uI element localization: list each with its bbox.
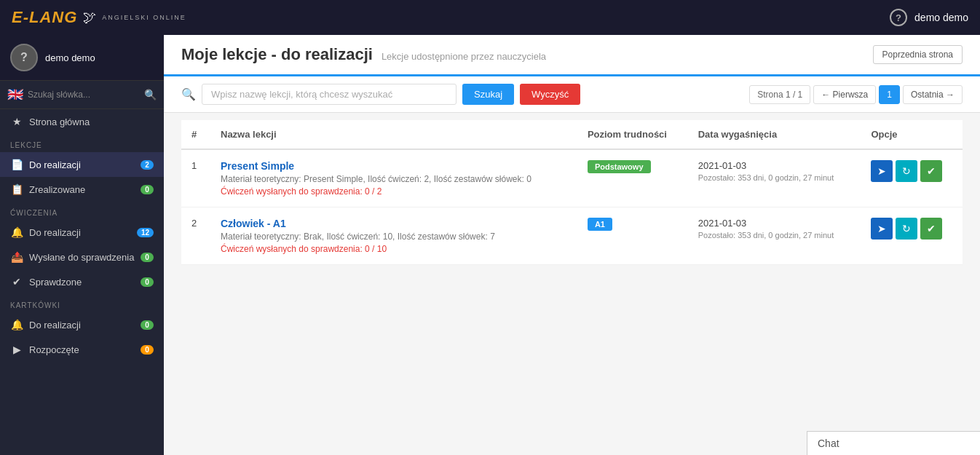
top-username: demo demo [914, 12, 968, 23]
sidebar-section-lekcje: Lekcje [0, 134, 164, 152]
table-row: 2 Człowiek - A1 Materiał teoretyczny: Br… [181, 207, 963, 265]
search-icon[interactable]: 🔍 [144, 89, 157, 100]
refresh-button[interactable]: ↻ [896, 218, 917, 240]
search-button[interactable]: Szukaj [462, 84, 514, 105]
row-date: 2021-01-03 Pozostało: 353 dni, 0 godzin,… [688, 149, 861, 207]
row-level: Podstawowy [577, 149, 688, 207]
avatar: ? [10, 44, 38, 71]
col-date: Data wygaśnięcia [688, 120, 861, 149]
pagination: Strona 1 / 1 ← Pierwsza 1 Ostatnia → [749, 85, 963, 104]
sidebar-username: demo demo [45, 52, 95, 63]
refresh-button[interactable]: ↻ [896, 160, 917, 182]
sidebar-item-label: Zrealizowane [29, 184, 135, 195]
badge-cwicz-sprawdzone: 0 [141, 277, 154, 287]
chat-bar[interactable]: Chat [807, 431, 980, 455]
table-wrapper: # Nazwa lekcji Poziom trudności Data wyg… [164, 113, 980, 455]
row-actions: ➤ ↻ ✔ [861, 149, 963, 207]
lesson-search-input[interactable] [202, 84, 457, 105]
sidebar-item-label: Wysłane do sprawdzenia [29, 252, 135, 263]
table-body: 1 Present Simple Materiał teoretyczny: P… [181, 149, 963, 265]
clear-button[interactable]: Wyczyść [520, 84, 580, 105]
search-input[interactable] [28, 90, 140, 100]
sidebar-item-cwicz-realizacji[interactable]: 🔔 Do realizacji 12 [0, 220, 164, 245]
play-icon: ▶ [10, 344, 23, 355]
sidebar-search-area: 🇬🇧 🔍 [0, 81, 164, 109]
sidebar-section-cwiczenia: Ćwiczenia [0, 202, 164, 220]
exercises-sent: Ćwiczeń wysłanych do sprawdzenia: 0 / 2 [221, 186, 567, 197]
sidebar-item-label: Rozpoczęte [29, 344, 135, 355]
check-icon: ✔ [10, 276, 23, 288]
lesson-meta: Materiał teoretyczny: Present Simple, Il… [221, 174, 567, 184]
badge-kart-realizacji: 0 [141, 320, 154, 330]
star-icon: ★ [10, 116, 23, 127]
row-date: 2021-01-03 Pozostało: 353 dni, 0 godzin,… [688, 207, 861, 265]
page-subtitle: Lekcje udostępnione przez nauczyciela [382, 51, 546, 62]
sidebar-item-kart-realizacji[interactable]: 🔔 Do realizacji 0 [0, 312, 164, 337]
previous-page-button[interactable]: Poprzednia strona [873, 45, 963, 64]
badge-lekcje-zrealizowane: 0 [141, 185, 154, 194]
main-layout: ? demo demo 🇬🇧 🔍 ★ Strona główna Lekcje … [0, 35, 980, 455]
confirm-button[interactable]: ✔ [920, 160, 942, 182]
content-area: Moje lekcje - do realizacji Lekcje udost… [164, 35, 980, 455]
col-options: Opcje [861, 120, 963, 149]
sidebar-item-lekcje-realizacji[interactable]: 📄 Do realizacji 2 [0, 152, 164, 177]
open-lesson-button[interactable]: ➤ [871, 218, 893, 240]
date-main: 2021-01-03 [698, 218, 851, 229]
row-num: 2 [181, 207, 210, 265]
document-icon: 📄 [10, 159, 23, 170]
current-page-button[interactable]: 1 [879, 85, 900, 104]
bell2-icon: 🔔 [10, 319, 23, 331]
col-num: # [181, 120, 210, 149]
lesson-name-link[interactable]: Człowiek - A1 [221, 218, 567, 229]
logo-bird-icon: 🕊 [83, 10, 96, 25]
sidebar-item-lekcje-zrealizowane[interactable]: 📋 Zrealizowane 0 [0, 177, 164, 202]
badge-lekcje-realizacji: 2 [141, 160, 154, 170]
top-navbar: E-LANG 🕊 ANGIELSKI ONLINE ? demo demo [0, 0, 980, 35]
sidebar-item-cwicz-sprawdzone[interactable]: ✔ Sprawdzone 0 [0, 269, 164, 294]
row-lesson-info: Present Simple Materiał teoretyczny: Pre… [210, 149, 577, 207]
row-lesson-info: Człowiek - A1 Materiał teoretyczny: Brak… [210, 207, 577, 265]
help-icon[interactable]: ? [890, 9, 907, 26]
sidebar-section-kartkowki: Kartkówki [0, 294, 164, 312]
sidebar-item-label: Strona główna [29, 116, 154, 127]
clipboard-icon: 📋 [10, 183, 23, 195]
chat-label: Chat [818, 438, 839, 449]
exercises-sent: Ćwiczeń wysłanych do sprawdzenia: 0 / 10 [221, 244, 567, 254]
row-level: A1 [577, 207, 688, 265]
action-buttons: ➤ ↻ ✔ [871, 160, 952, 182]
sidebar-item-cwicz-wyslane[interactable]: 📤 Wysłane do sprawdzenia 0 [0, 245, 164, 269]
table-header: # Nazwa lekcji Poziom trudności Data wyg… [181, 120, 963, 149]
col-level: Poziom trudności [577, 120, 688, 149]
sidebar-item-label: Do realizacji [29, 320, 135, 331]
badge-cwicz-wyslane: 0 [141, 253, 154, 262]
page-title: Moje lekcje - do realizacji [181, 45, 373, 64]
badge-cwicz-realizacji: 12 [137, 228, 154, 237]
lessons-table: # Nazwa lekcji Poziom trudności Data wyg… [181, 120, 963, 265]
first-page-button[interactable]: ← Pierwsza [813, 85, 876, 104]
flag-icon: 🇬🇧 [7, 87, 23, 103]
table-row: 1 Present Simple Materiał teoretyczny: P… [181, 149, 963, 207]
logo-text: E-LANG [12, 8, 77, 27]
open-lesson-button[interactable]: ➤ [871, 160, 893, 182]
pagination-info: Strona 1 / 1 [749, 85, 810, 104]
sidebar-item-home[interactable]: ★ Strona główna [0, 109, 164, 134]
page-header-left: Moje lekcje - do realizacji Lekcje udost… [181, 45, 546, 64]
send-icon: 📤 [10, 251, 23, 263]
logo-sub: ANGIELSKI ONLINE [102, 14, 186, 21]
top-user-nav: ? demo demo [890, 9, 968, 26]
sidebar: ? demo demo 🇬🇧 🔍 ★ Strona główna Lekcje … [0, 35, 164, 455]
date-main: 2021-01-03 [698, 160, 851, 171]
lesson-name-link[interactable]: Present Simple [221, 160, 567, 172]
bell-icon: 🔔 [10, 226, 23, 238]
logo-area: E-LANG 🕊 ANGIELSKI ONLINE [12, 8, 186, 27]
badge-kart-rozpoczete: 0 [141, 345, 154, 355]
search-icon: 🔍 [181, 87, 196, 101]
sidebar-item-kart-rozpoczete[interactable]: ▶ Rozpoczęte 0 [0, 337, 164, 362]
col-name: Nazwa lekcji [210, 120, 577, 149]
last-page-button[interactable]: Ostatnia → [903, 85, 963, 104]
level-badge: A1 [588, 218, 612, 231]
lesson-meta: Materiał teoretyczny: Brak, Ilość ćwicze… [221, 232, 567, 242]
confirm-button[interactable]: ✔ [920, 218, 942, 240]
sidebar-user-area: ? demo demo [0, 35, 164, 81]
search-left: 🔍 Szukaj Wyczyść [181, 84, 742, 105]
